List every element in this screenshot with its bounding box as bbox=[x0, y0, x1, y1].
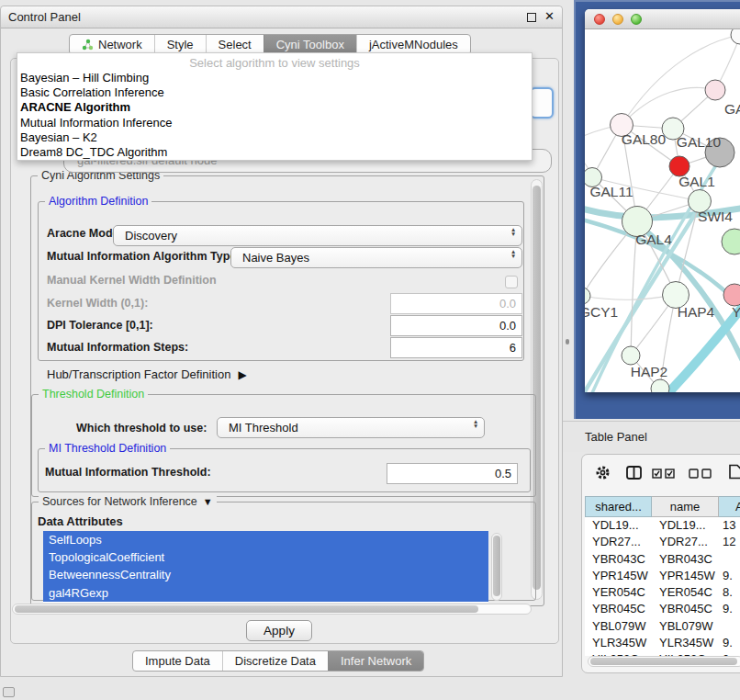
algorithm-popup-item[interactable]: Basic Correlation Inference bbox=[17, 85, 532, 100]
table-row[interactable]: YDL19...YDL19...13 bbox=[585, 517, 740, 534]
panel-divider-grip[interactable] bbox=[566, 339, 569, 344]
sources-group-title[interactable]: Sources for Network Inference▼ bbox=[39, 495, 217, 508]
table-cell[interactable]: YLR345W bbox=[585, 635, 652, 651]
tab-select[interactable]: Select bbox=[206, 35, 263, 54]
tab-cyni-toolbox[interactable]: Cyni Toolbox bbox=[263, 35, 356, 54]
kernel-width-field[interactable]: 0.0 bbox=[390, 293, 522, 314]
column-header-shared-name[interactable]: shared... bbox=[585, 496, 652, 517]
table-settings-gear-icon[interactable] bbox=[595, 465, 611, 483]
table-row[interactable]: YDR27...YDR27...12 bbox=[585, 534, 740, 550]
float-window-icon[interactable] bbox=[527, 13, 536, 22]
algorithm-popup-item[interactable]: ARACNE Algorithm bbox=[17, 100, 532, 115]
deselect-all-checkboxes-icon[interactable] bbox=[689, 469, 713, 482]
table-cell[interactable]: YDL19... bbox=[585, 517, 652, 534]
manual-kernel-checkbox[interactable] bbox=[505, 276, 518, 288]
show-columns-icon[interactable] bbox=[625, 465, 643, 483]
table-row[interactable]: YPR145WYPR145W9. bbox=[585, 568, 740, 584]
tab-style[interactable]: Style bbox=[154, 35, 206, 54]
table-cell[interactable]: YPR145W bbox=[585, 568, 652, 584]
network-node-label: GAL4 bbox=[635, 231, 672, 247]
collapsed-arrow-icon[interactable]: ▶ bbox=[238, 368, 246, 381]
kernel-width-value: 0.0 bbox=[499, 297, 516, 310]
data-attribute-item[interactable]: SelfLoops bbox=[43, 531, 488, 548]
tab-infer-network[interactable]: Infer Network bbox=[328, 651, 423, 671]
mi-threshold-field[interactable]: 0.5 bbox=[387, 463, 518, 484]
table-cell[interactable]: YBR045C bbox=[585, 601, 652, 617]
network-window-titlebar[interactable] bbox=[585, 9, 740, 29]
network-node[interactable] bbox=[722, 229, 740, 254]
node-table-rows[interactable]: YDL19...YDL19...13YDR27...YDR27...12YBR0… bbox=[585, 517, 740, 656]
select-all-checkboxes-icon[interactable] bbox=[652, 469, 677, 482]
network-node[interactable] bbox=[651, 379, 669, 392]
close-icon[interactable]: ✕ bbox=[544, 9, 555, 23]
column-header-name[interactable]: name bbox=[652, 496, 719, 517]
algorithm-popup-item[interactable]: Mutual Information Inference bbox=[17, 116, 532, 130]
table-cell[interactable]: 12 bbox=[719, 534, 740, 550]
table-cell[interactable]: 8. bbox=[719, 584, 740, 601]
table-row[interactable]: YER054CYER054C8. bbox=[585, 584, 740, 601]
zoom-traffic-light-icon[interactable] bbox=[631, 14, 642, 25]
network-edge[interactable] bbox=[622, 35, 740, 125]
network-node[interactable] bbox=[585, 288, 590, 304]
table-cell[interactable] bbox=[719, 618, 740, 635]
minimize-traffic-light-icon[interactable] bbox=[612, 14, 623, 25]
network-canvas[interactable]: GALGAL80GAL10GAL1GAL11SWI4GAL4GCY1HAP4YH… bbox=[585, 29, 740, 392]
hub-tf-definition-toggle[interactable]: Hub/Transcription Factor Definition▶ bbox=[47, 367, 247, 381]
table-cell[interactable]: 9. bbox=[719, 635, 740, 651]
close-traffic-light-icon[interactable] bbox=[594, 14, 605, 25]
table-cell[interactable]: YLR345W bbox=[652, 635, 719, 651]
settings-hscrollbar[interactable] bbox=[12, 604, 532, 615]
mi-type-combo[interactable]: Naive Bayes ▴▾ bbox=[230, 247, 522, 268]
table-hscrollbar-thumb[interactable] bbox=[590, 658, 737, 665]
table-cell[interactable]: YBR043C bbox=[652, 551, 719, 568]
control-panel-titlebar[interactable]: Control Panel ✕ bbox=[1, 6, 562, 28]
tab-network[interactable]: Network bbox=[70, 35, 154, 54]
algorithm-popup-item[interactable]: Bayesian – Hill Climbing bbox=[17, 71, 532, 85]
settings-hscrollbar-thumb[interactable] bbox=[15, 605, 478, 613]
mi-steps-field[interactable]: 6 bbox=[390, 337, 522, 358]
export-table-icon[interactable] bbox=[728, 464, 740, 482]
network-node[interactable] bbox=[622, 346, 640, 365]
table-cell[interactable]: YBL079W bbox=[652, 618, 719, 635]
network-node[interactable] bbox=[731, 29, 740, 44]
aracne-mode-combo[interactable]: Discovery ▴▾ bbox=[113, 225, 522, 246]
network-node[interactable] bbox=[723, 284, 740, 306]
table-cell[interactable]: 13 bbox=[719, 517, 740, 534]
which-threshold-combo[interactable]: MI Threshold ▴▾ bbox=[217, 417, 485, 438]
data-attribute-item[interactable]: BetweennessCentrality bbox=[43, 566, 488, 583]
attributes-scrollbar-thumb[interactable] bbox=[493, 536, 500, 596]
table-cell[interactable]: YER054C bbox=[652, 584, 719, 601]
tab-jactivemnodules[interactable]: jActiveMNodules bbox=[356, 35, 470, 54]
expanded-arrow-icon[interactable]: ▼ bbox=[203, 496, 213, 507]
table-cell[interactable]: 9. bbox=[719, 601, 740, 617]
tab-discretize-data[interactable]: Discretize Data bbox=[222, 651, 328, 671]
dpi-tolerance-field[interactable]: 0.0 bbox=[390, 315, 522, 336]
table-cell[interactable]: YER054C bbox=[585, 584, 652, 601]
table-row[interactable]: YBL079WYBL079W bbox=[585, 618, 740, 635]
inference-algorithm-combo-fragment[interactable] bbox=[530, 87, 554, 119]
attributes-scrollbar[interactable] bbox=[491, 533, 502, 601]
tab-impute-data[interactable]: Impute Data bbox=[133, 651, 222, 671]
data-attribute-item[interactable]: gal4RGexp bbox=[43, 584, 488, 602]
data-attributes-list[interactable]: SelfLoopsTopologicalCoefficientBetweenne… bbox=[43, 531, 488, 603]
table-cell[interactable]: YPR145W bbox=[652, 568, 719, 584]
column-header-clipped[interactable]: A bbox=[719, 496, 740, 517]
table-cell[interactable]: YDR27... bbox=[585, 534, 652, 550]
table-cell[interactable]: YBR043C bbox=[585, 551, 652, 568]
data-attribute-item[interactable]: TopologicalCoefficient bbox=[43, 548, 488, 566]
table-row[interactable]: YLR345WYLR345W9. bbox=[585, 635, 740, 651]
table-row[interactable]: YBR045CYBR045C9. bbox=[585, 601, 740, 617]
network-node[interactable] bbox=[705, 80, 725, 100]
table-cell[interactable]: YDL19... bbox=[652, 517, 719, 534]
table-cell[interactable] bbox=[719, 551, 740, 568]
table-hscrollbar[interactable] bbox=[588, 656, 740, 667]
table-cell[interactable]: YBL079W bbox=[585, 618, 652, 635]
minimized-panel-icon[interactable] bbox=[3, 687, 15, 697]
table-row[interactable]: YBR043CYBR043C bbox=[585, 551, 740, 568]
apply-button[interactable]: Apply bbox=[246, 620, 312, 641]
algorithm-popup-item[interactable]: Bayesian – K2 bbox=[17, 130, 532, 145]
algorithm-popup-item[interactable]: Dream8 DC_TDC Algorithm bbox=[17, 145, 532, 160]
table-cell[interactable]: YDR27... bbox=[652, 534, 719, 550]
table-cell[interactable]: YBR045C bbox=[652, 601, 719, 617]
table-cell[interactable]: 9. bbox=[719, 568, 740, 584]
